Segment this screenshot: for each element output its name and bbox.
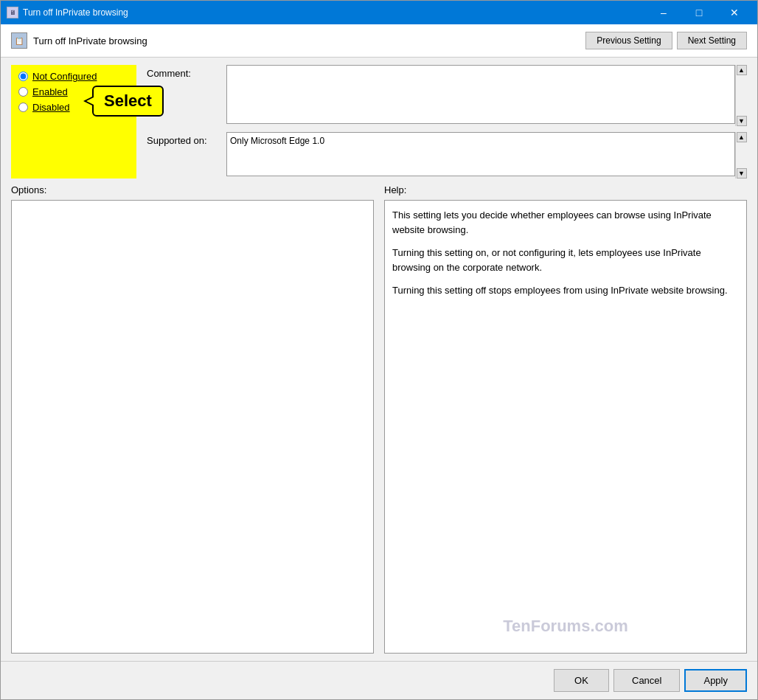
- apply-button[interactable]: Apply: [684, 669, 747, 692]
- comment-textarea[interactable]: [226, 65, 735, 124]
- options-box: [11, 200, 374, 654]
- watermark: TenForums.com: [503, 614, 628, 638]
- close-button[interactable]: ✕: [717, 5, 751, 20]
- supported-scroll-down[interactable]: ▼: [737, 168, 747, 179]
- bottom-section: Options: Help: This setting lets you dec…: [11, 184, 747, 654]
- enabled-label: Enabled: [32, 86, 68, 97]
- comment-scrollbar: ▲ ▼: [735, 65, 747, 126]
- disabled-radio[interactable]: [18, 103, 28, 112]
- not-configured-radio[interactable]: [18, 72, 28, 81]
- supported-on-row: Supported on: Only Microsoft Edge 1.0 ▲ …: [147, 132, 747, 179]
- minimize-button[interactable]: –: [647, 5, 681, 20]
- disabled-label: Disabled: [32, 102, 70, 113]
- cancel-button[interactable]: Cancel: [613, 669, 680, 692]
- help-paragraph-1: This setting lets you decide whether emp…: [392, 208, 739, 237]
- right-panel: Comment: ▲ ▼ Supported on: Only Microsof…: [136, 65, 747, 179]
- supported-on-label: Supported on:: [147, 132, 220, 146]
- dialog-footer: OK Cancel Apply: [1, 661, 757, 699]
- title-bar: 🖥 Turn off InPrivate browsing – □ ✕: [1, 1, 757, 24]
- scroll-down-arrow[interactable]: ▼: [737, 116, 747, 126]
- help-paragraph-2: Turning this setting on, or not configur…: [392, 246, 739, 274]
- header-buttons: Previous Setting Next Setting: [585, 32, 747, 49]
- title-bar-icon: 🖥: [7, 7, 18, 18]
- supported-on-textarea: Only Microsoft Edge 1.0: [226, 132, 735, 176]
- supported-on-wrapper: Only Microsoft Edge 1.0 ▲ ▼: [226, 132, 747, 179]
- comment-label: Comment:: [147, 65, 220, 79]
- help-header: Help:: [384, 184, 747, 195]
- not-configured-option[interactable]: Not Configured: [18, 71, 129, 82]
- select-tooltip: Select: [92, 86, 164, 117]
- help-paragraph-3: Turning this setting off stops employees…: [392, 283, 739, 298]
- previous-setting-button[interactable]: Previous Setting: [585, 32, 672, 49]
- ok-button[interactable]: OK: [554, 669, 609, 692]
- supported-scroll-up[interactable]: ▲: [737, 132, 747, 142]
- scroll-up-arrow[interactable]: ▲: [737, 65, 747, 75]
- dialog-header-title: Turn off InPrivate browsing: [33, 35, 147, 46]
- comment-row: Comment: ▲ ▼: [147, 65, 747, 126]
- policy-icon: 📋: [11, 32, 27, 49]
- not-configured-label: Not Configured: [32, 71, 97, 82]
- dialog-header: 📋 Turn off InPrivate browsing Previous S…: [1, 24, 757, 58]
- title-bar-controls: – □ ✕: [647, 5, 751, 20]
- title-bar-title: Turn off InPrivate browsing: [23, 7, 647, 18]
- dialog-body: Not Configured Enabled Disabled Select C…: [1, 58, 757, 661]
- help-box: This setting lets you decide whether emp…: [384, 200, 747, 654]
- next-setting-button[interactable]: Next Setting: [677, 32, 747, 49]
- maximize-button[interactable]: □: [682, 5, 716, 20]
- options-panel: Options:: [11, 184, 374, 654]
- config-options-panel: Not Configured Enabled Disabled Select: [11, 65, 136, 179]
- dialog-header-left: 📋 Turn off InPrivate browsing: [11, 32, 147, 49]
- top-section: Not Configured Enabled Disabled Select C…: [11, 65, 747, 179]
- options-header: Options:: [11, 184, 374, 195]
- supported-scrollbar: ▲ ▼: [735, 132, 747, 179]
- enabled-radio[interactable]: [18, 87, 28, 97]
- help-panel: Help: This setting lets you decide wheth…: [384, 184, 747, 654]
- comment-textarea-wrapper: ▲ ▼: [226, 65, 747, 126]
